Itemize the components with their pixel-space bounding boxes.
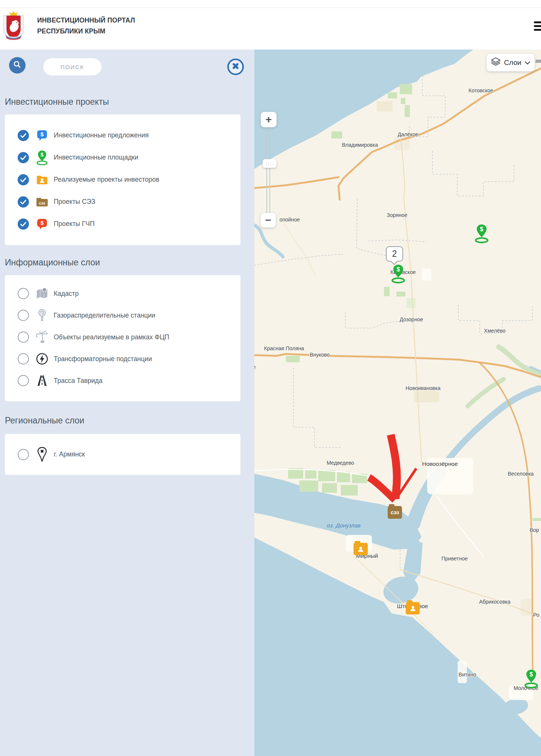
layer-row-ppp-projects[interactable]: $ Проекты ГЧП bbox=[5, 213, 240, 235]
construction-crane-icon bbox=[35, 330, 49, 345]
layers-dropdown-button[interactable]: Слои bbox=[487, 54, 535, 71]
radio-unchecked[interactable] bbox=[18, 353, 29, 364]
crimea-coat-of-arms-logo bbox=[3, 11, 24, 41]
radio-unchecked[interactable] bbox=[18, 310, 29, 321]
map-label-ro-truncated: Ро bbox=[533, 612, 539, 618]
svg-text:$: $ bbox=[530, 671, 533, 678]
invest-site-pin-marker[interactable]: $ bbox=[524, 669, 539, 688]
map-label-zoryanoe: Зоряное bbox=[387, 212, 408, 218]
radio-unchecked[interactable] bbox=[18, 331, 29, 343]
layer-row-invest-offers[interactable]: $ Инвестиционные предложения bbox=[5, 124, 240, 146]
layers-sidebar: ПОИСК Инвестиционные проекты $ Инвестици… bbox=[0, 50, 254, 756]
layer-row-tavrida-highway[interactable]: Трасса Таврида bbox=[5, 370, 240, 392]
radio-unchecked[interactable] bbox=[18, 449, 29, 460]
search-icon bbox=[13, 60, 21, 70]
map-label-medvedevo: Медведево bbox=[326, 460, 354, 466]
close-icon bbox=[232, 63, 239, 71]
layer-label: Трансформаторные подстанции bbox=[54, 355, 152, 363]
layer-label: Инвестиционные предложения bbox=[54, 131, 149, 139]
layer-label: Проекты СЭЗ bbox=[54, 198, 95, 206]
layer-label: Объекты реализуемые в рамках ФЦП bbox=[54, 333, 169, 341]
investor-project-marker-shtormovoe[interactable] bbox=[406, 602, 420, 614]
zoom-slider-track[interactable] bbox=[266, 127, 270, 213]
red-dollar-bubble-icon: $ bbox=[35, 217, 49, 232]
map-label-dalekoe: Далёкое bbox=[397, 131, 418, 137]
regional-layers-card: г. Армянск bbox=[5, 434, 240, 475]
layer-row-invest-sites[interactable]: $ Инвестиционные площадки bbox=[5, 146, 240, 169]
search-placeholder: ПОИСК bbox=[60, 64, 84, 70]
close-sidebar-button[interactable] bbox=[227, 59, 244, 75]
cadastre-map-icon bbox=[35, 286, 49, 301]
layer-row-gas-stations[interactable]: Газораспределительные станции bbox=[5, 304, 240, 326]
svg-text:$: $ bbox=[480, 226, 484, 232]
map-label-veselovka: Веселовка bbox=[508, 471, 533, 477]
layer-label: Кадастр bbox=[54, 290, 79, 298]
layer-label: г. Армянск bbox=[54, 450, 85, 458]
info-section-heading: Информационные слои bbox=[5, 258, 100, 268]
regional-section-heading: Региональные слои bbox=[5, 416, 84, 426]
checkbox-checked-icon[interactable] bbox=[18, 218, 29, 230]
chevron-down-icon bbox=[524, 59, 530, 67]
layer-row-cadastre[interactable]: Кадастр bbox=[5, 283, 240, 304]
map-label-edge-e: е bbox=[254, 364, 256, 370]
highway-icon bbox=[35, 373, 49, 388]
portal-title-line1: ИНВЕСТИЦИОННЫЙ ПОРТАЛ bbox=[37, 15, 135, 26]
layers-icon bbox=[491, 57, 501, 69]
search-button[interactable] bbox=[9, 57, 26, 74]
layer-row-investor-projects[interactable]: Реализуемые проекты инвесторов bbox=[5, 169, 240, 191]
map-label-kotovskoe: Котовское bbox=[468, 87, 493, 93]
invest-site-pin-marker[interactable]: $ bbox=[474, 224, 490, 243]
checkbox-checked-icon[interactable] bbox=[18, 196, 29, 208]
orange-investor-folder-icon bbox=[35, 172, 49, 187]
header-divider bbox=[0, 8, 541, 8]
investor-project-marker-mirny[interactable] bbox=[354, 543, 368, 555]
map-label-vodopoynoe-truncated: опойное bbox=[280, 217, 300, 223]
invest-site-pin-marker[interactable]: $ bbox=[391, 264, 407, 283]
map-label-krasnaya-polyana: Красная Поляна bbox=[264, 345, 304, 351]
lightning-circle-icon bbox=[35, 351, 49, 366]
portal-title: ИНВЕСТИЦИОННЫЙ ПОРТАЛ РЕСПУБЛИКИ КРЫМ bbox=[37, 15, 135, 37]
svg-text:$: $ bbox=[41, 131, 44, 137]
layer-label: Инвестиционные площадки bbox=[54, 154, 138, 161]
map-label-privetnoe: Приветное bbox=[441, 556, 468, 562]
svg-text:$: $ bbox=[397, 266, 400, 273]
layer-row-armyansk[interactable]: г. Армянск bbox=[5, 443, 240, 466]
zoom-in-button[interactable]: + bbox=[261, 112, 277, 127]
layer-row-sez-projects[interactable]: сэз Проекты СЭЗ bbox=[5, 191, 240, 213]
checkbox-checked-icon[interactable] bbox=[18, 130, 29, 141]
map-label-vnukovo: Внуково bbox=[310, 352, 329, 358]
layer-label: Газораспределительные станции bbox=[54, 312, 155, 319]
map-label-vladimirovka: Владимировка bbox=[342, 142, 378, 148]
layer-row-fcp-objects[interactable]: Объекты реализуемые в рамках ФЦП bbox=[5, 326, 240, 348]
search-input[interactable]: ПОИСК bbox=[43, 58, 101, 75]
projects-card: $ Инвестиционные предложения $ Инвестици… bbox=[5, 114, 240, 245]
layer-row-transformers[interactable]: Трансформаторные подстанции bbox=[5, 348, 240, 370]
checkbox-checked-icon[interactable] bbox=[18, 174, 29, 185]
layer-label: Трасса Таврида bbox=[54, 377, 103, 385]
menu-hamburger-icon[interactable] bbox=[534, 21, 541, 33]
blue-dollar-bubble-icon: $ bbox=[35, 128, 49, 143]
svg-text:$: $ bbox=[41, 220, 44, 226]
cluster-badge-2[interactable]: 2 bbox=[386, 246, 403, 262]
radio-unchecked[interactable] bbox=[18, 375, 29, 386]
layers-button-label: Слои bbox=[504, 59, 521, 67]
sez-project-marker[interactable]: сэз bbox=[388, 506, 402, 519]
zoom-slider-handle[interactable] bbox=[263, 159, 277, 168]
layer-label: Реализуемые проекты инвесторов bbox=[54, 176, 159, 184]
map-label-khmelevo: Хмелёво bbox=[484, 328, 505, 334]
map-label-novoozyornoe: Новоозёрное bbox=[422, 461, 458, 467]
zoom-out-button[interactable]: − bbox=[261, 213, 276, 227]
layer-label: Проекты ГЧП bbox=[54, 220, 95, 228]
app-header: ИНВЕСТИЦИОННЫЙ ПОРТАЛ РЕСПУБЛИКИ КРЫМ bbox=[0, 0, 541, 50]
map-label-dozornoe: Дозорное bbox=[400, 316, 423, 322]
map-label-vor-truncated: Вор bbox=[530, 527, 539, 533]
info-layers-card: Кадастр Газораспределительные станции Об… bbox=[5, 275, 240, 401]
red-annotation-arrow bbox=[369, 435, 416, 500]
drag-dots-icon bbox=[265, 162, 274, 165]
map-canvas[interactable]: Котовское Далёкое Владимировка Зоряное о… bbox=[254, 50, 541, 756]
svg-text:сэз: сэз bbox=[39, 201, 45, 205]
brown-sez-folder-icon: сэз bbox=[35, 194, 49, 209]
checkbox-checked-icon[interactable] bbox=[18, 152, 29, 163]
svg-text:$: $ bbox=[41, 151, 44, 157]
radio-unchecked[interactable] bbox=[18, 288, 29, 299]
